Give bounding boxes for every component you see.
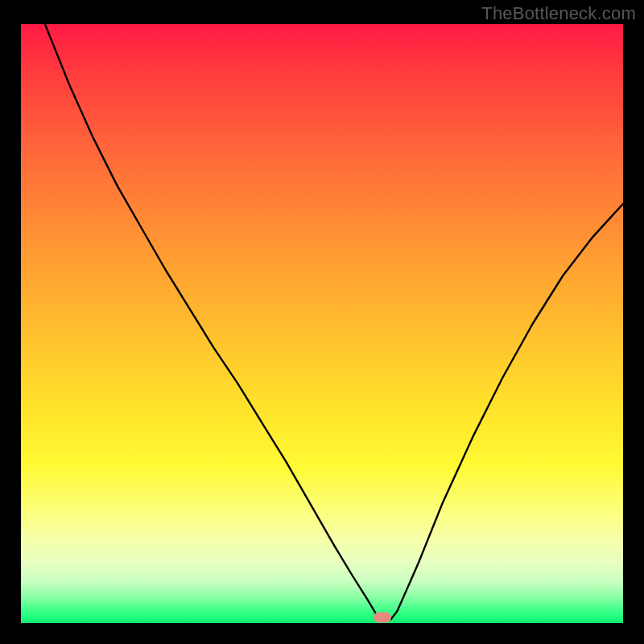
plot-area xyxy=(21,24,623,623)
optimum-marker xyxy=(374,613,391,623)
watermark-text: TheBottleneck.com xyxy=(481,3,636,24)
bottleneck-curve xyxy=(21,24,623,623)
chart-frame: TheBottleneck.com xyxy=(0,0,644,644)
